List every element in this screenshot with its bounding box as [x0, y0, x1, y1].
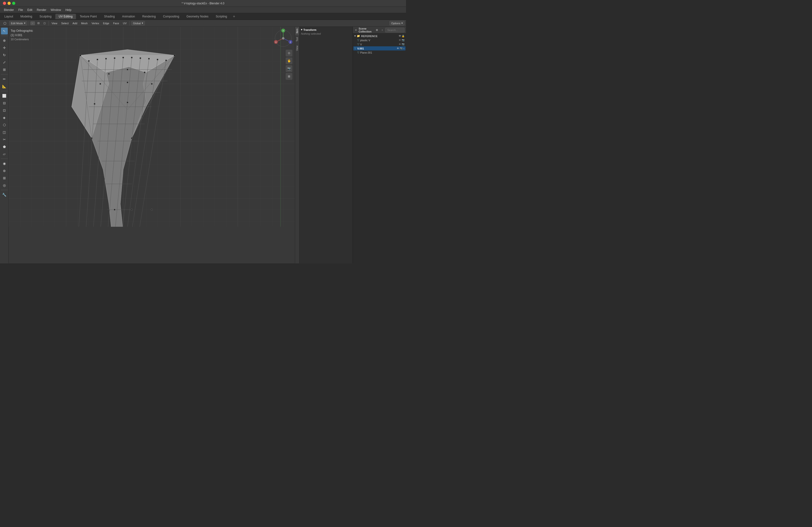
bisect-tool[interactable]: ⬟: [1, 143, 8, 150]
far-right-panel: ≡ Scene Collection ⊞ ↕ ▾ 📁 REFERENCE 👁 🔒: [353, 27, 406, 264]
object-v[interactable]: ▽ V 👁 📷: [353, 42, 406, 46]
view-tab[interactable]: View: [295, 44, 299, 53]
tab-modeling[interactable]: Modeling: [17, 14, 36, 19]
tab-shading[interactable]: Shading: [101, 14, 118, 19]
visibility-icon[interactable]: 👁: [399, 43, 401, 46]
separator: [48, 21, 49, 26]
overlay-button[interactable]: ⊞: [286, 73, 292, 80]
offset-tool[interactable]: ◫: [1, 129, 8, 136]
edge-select-button[interactable]: ⊟: [36, 21, 41, 25]
object-plastic-v[interactable]: ▽ plastic V 👁 📷: [353, 38, 406, 42]
viewport[interactable]: Top Orthographic (1) V.001 10 Centimeter…: [9, 27, 295, 264]
rotate-tool[interactable]: ↻: [1, 52, 8, 58]
transform-dropdown[interactable]: Global ▾: [131, 21, 145, 26]
mesh-icon: ▽: [357, 43, 359, 46]
svg-point-39: [131, 57, 132, 58]
object-v001[interactable]: ▽ V.001 👁 📷 ○: [353, 46, 406, 50]
options-button[interactable]: Options ▾: [390, 21, 405, 26]
separator: [29, 21, 29, 26]
edge-slide-tool[interactable]: ⊞: [1, 175, 8, 181]
svg-point-46: [144, 72, 145, 73]
view-menu[interactable]: View: [50, 21, 59, 25]
tab-rendering[interactable]: Rendering: [139, 14, 159, 19]
visibility-icon[interactable]: 👁: [399, 35, 401, 37]
polyknife-tool[interactable]: ▱: [1, 151, 8, 157]
menu-render[interactable]: Render: [35, 8, 48, 12]
edit-mode-dropdown[interactable]: Edit Mode ▾: [9, 21, 27, 26]
item-tab[interactable]: Item: [295, 27, 299, 35]
move-tool[interactable]: ✛: [1, 44, 8, 51]
add-menu[interactable]: Add: [71, 21, 79, 25]
menu-file[interactable]: File: [16, 8, 25, 12]
mode-icon[interactable]: ⬡: [1, 20, 8, 27]
shrink-fatten-tool[interactable]: ◎: [1, 182, 8, 189]
menu-blender[interactable]: Blender: [2, 8, 16, 12]
menu-help[interactable]: Help: [63, 8, 73, 12]
transform-tool[interactable]: ⊞: [1, 66, 8, 73]
maximize-button[interactable]: [12, 2, 15, 5]
camera-icon[interactable]: 📷: [402, 43, 405, 46]
svg-point-33: [174, 54, 175, 56]
tab-sculpting[interactable]: Sculpting: [36, 14, 55, 19]
tab-animation[interactable]: Animation: [119, 14, 138, 19]
tab-layout[interactable]: Layout: [1, 14, 16, 19]
loop-cut-tool[interactable]: ⬡: [1, 121, 8, 128]
svg-point-42: [157, 59, 158, 60]
camera-icon[interactable]: 📷: [400, 47, 403, 50]
transform-section: ▾ Transform Nothing selected: [301, 28, 351, 36]
tool-tab[interactable]: Tool: [295, 35, 299, 43]
traffic-lights: [3, 2, 15, 5]
close-button[interactable]: [3, 2, 6, 5]
select-tool[interactable]: ↖: [1, 28, 8, 34]
select-menu[interactable]: Select: [60, 21, 70, 25]
camera-icon[interactable]: 📷: [402, 39, 405, 42]
tab-texture-paint[interactable]: Texture Paint: [76, 14, 100, 19]
annotate-tool[interactable]: ✏: [1, 76, 8, 82]
bevel-tool[interactable]: ◈: [1, 114, 8, 121]
vertex-select-button[interactable]: ⬝: [30, 21, 35, 25]
tab-geometry-nodes[interactable]: Geometry Nodes: [183, 14, 212, 19]
sync-icon[interactable]: ↕: [380, 28, 385, 32]
camera-button[interactable]: 📷: [286, 65, 292, 72]
face-select-button[interactable]: ◻: [42, 21, 47, 25]
menu-edit[interactable]: Edit: [26, 8, 34, 12]
vertex-menu[interactable]: Vertex: [90, 21, 100, 25]
edge-menu[interactable]: Edge: [101, 21, 111, 25]
rip-tool[interactable]: 🔧: [1, 191, 8, 198]
tab-compositing[interactable]: Compositing: [160, 14, 183, 19]
perspective-button[interactable]: ⊙: [286, 50, 292, 57]
collection-reference[interactable]: ▾ 📁 REFERENCE 👁 🔒: [353, 34, 406, 38]
render-icon[interactable]: ○: [403, 47, 405, 50]
lock-icon[interactable]: 🔒: [402, 35, 405, 37]
object-plane001[interactable]: ▽ Plane.001: [353, 50, 406, 55]
inset-tool[interactable]: ⊡: [1, 107, 8, 114]
uv-menu[interactable]: UV: [121, 21, 128, 25]
tab-scripting[interactable]: Scripting: [212, 14, 231, 19]
add-workspace-button[interactable]: +: [231, 14, 237, 19]
object-name: (1) V.001: [11, 33, 33, 37]
transform-title: ▾ Transform: [301, 28, 351, 31]
visibility-icon[interactable]: 👁: [397, 47, 399, 50]
menubar: Blender File Edit Render Window Help: [0, 7, 406, 13]
measure-tool[interactable]: 📐: [1, 83, 8, 90]
scale-tool[interactable]: ⤢: [1, 59, 8, 66]
knife-tool[interactable]: ✂: [1, 136, 8, 143]
add-cube-tool[interactable]: ⬜: [1, 92, 8, 99]
local-global-button[interactable]: 🖐: [286, 58, 292, 64]
menu-window[interactable]: Window: [49, 8, 63, 12]
filter-icon[interactable]: ⊞: [375, 28, 379, 32]
outliner-icon[interactable]: ≡: [354, 28, 358, 32]
outliner-search[interactable]: [385, 28, 405, 32]
extrude-tool[interactable]: ⊟: [1, 100, 8, 106]
tab-uv-editing[interactable]: UV Editing: [55, 14, 76, 19]
viewport-info: Top Orthographic (1) V.001 10 Centimeter…: [11, 29, 33, 42]
face-menu[interactable]: Face: [112, 21, 120, 25]
cursor-tool[interactable]: ⊕: [1, 37, 8, 44]
navigation-gizmo[interactable]: Y X Z: [274, 29, 293, 48]
obj-actions: 👁 📷 ○: [397, 47, 405, 50]
smooth-tool[interactable]: ◉: [1, 160, 8, 167]
randomize-tool[interactable]: ⊛: [1, 167, 8, 174]
visibility-icon[interactable]: 👁: [399, 39, 401, 42]
minimize-button[interactable]: [8, 2, 11, 5]
mesh-menu[interactable]: Mesh: [79, 21, 89, 25]
